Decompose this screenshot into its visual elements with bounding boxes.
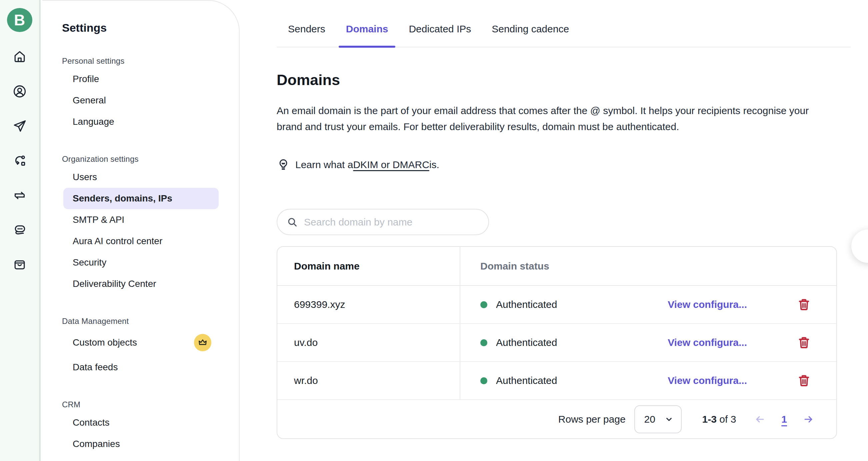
- status-dot-icon: [480, 377, 487, 384]
- domain-search: [277, 209, 489, 235]
- brevo-logo[interactable]: B: [7, 8, 32, 32]
- tab-senders[interactable]: Senders: [281, 23, 333, 47]
- view-configuration-link[interactable]: View configura...: [668, 299, 747, 310]
- automation-icon[interactable]: [7, 148, 32, 173]
- page-title: Domains: [277, 71, 851, 89]
- arrow-left-icon: [754, 414, 766, 425]
- rows-per-page-value: 20: [644, 414, 655, 425]
- crown-badge-icon: [194, 334, 211, 351]
- section-label-personal: Personal settings: [62, 56, 239, 66]
- table-pagination-footer: Rows per page 20 1-3 of 3: [277, 400, 836, 438]
- main-content: Senders Domains Dedicated IPs Sending ca…: [277, 0, 851, 439]
- tip-text-prefix: Learn what a: [295, 159, 353, 170]
- tab-domains[interactable]: Domains: [339, 23, 396, 47]
- domain-name-cell: 699399.xyz: [294, 299, 345, 310]
- search-input[interactable]: [304, 217, 479, 228]
- sidebar-item-language[interactable]: Language: [63, 111, 219, 133]
- search-icon: [287, 217, 298, 228]
- section-organization-items: Users Senders, domains, IPs SMTP & API A…: [62, 167, 239, 294]
- tab-dedicated-ips[interactable]: Dedicated IPs: [401, 23, 478, 47]
- view-configuration-link[interactable]: View configura...: [668, 375, 747, 386]
- table-row: wr.do Authenticated View configura...: [277, 362, 836, 400]
- rows-per-page-label: Rows per page: [558, 414, 626, 425]
- tip-text-suffix: is.: [429, 159, 439, 170]
- domain-status-cell: Authenticated: [496, 375, 557, 386]
- domain-name-cell: uv.do: [294, 337, 318, 348]
- previous-page-button[interactable]: [753, 412, 767, 427]
- campaigns-icon[interactable]: [7, 113, 32, 139]
- column-header-domain-name: Domain name: [277, 247, 460, 285]
- brevo-settings-app: B: [0, 0, 868, 461]
- status-dot-icon: [480, 339, 487, 346]
- page-description: An email domain is the part of your emai…: [277, 103, 827, 135]
- arrow-right-icon: [803, 414, 814, 425]
- sidebar-item-profile[interactable]: Profile: [63, 68, 219, 90]
- sidebar-item-users[interactable]: Users: [63, 167, 219, 188]
- sidebar-item-deliverability-center[interactable]: Deliverability Center: [63, 273, 219, 294]
- dkim-dmarc-link[interactable]: DKIM or DMARC: [353, 159, 429, 170]
- table-row: uv.do Authenticated View configura...: [277, 324, 836, 362]
- tab-bar: Senders Domains Dedicated IPs Sending ca…: [277, 0, 851, 47]
- sidebar-item-custom-objects[interactable]: Custom objects: [63, 328, 219, 356]
- domains-table: Domain name Domain status 699399.xyz Aut…: [277, 246, 837, 439]
- domain-status-cell: Authenticated: [496, 299, 557, 310]
- delete-domain-button[interactable]: [797, 297, 811, 312]
- table-row: 699399.xyz Authenticated View configura.…: [277, 286, 836, 324]
- rail-icon-list: [7, 44, 32, 287]
- section-label-data-management: Data Management: [62, 317, 239, 326]
- trash-icon: [797, 336, 811, 350]
- tab-sending-cadence[interactable]: Sending cadence: [484, 23, 576, 47]
- table-header-row: Domain name Domain status: [277, 247, 836, 286]
- home-icon[interactable]: [7, 44, 32, 69]
- view-configuration-link[interactable]: View configura...: [668, 337, 747, 348]
- app-icon-rail: B: [0, 0, 41, 461]
- floating-widget-handle[interactable]: [851, 230, 868, 263]
- pager: 1: [753, 412, 816, 427]
- dkim-tip-row: Learn what a DKIM or DMARC is.: [277, 158, 851, 171]
- domain-status-cell: Authenticated: [496, 337, 557, 348]
- domain-name-cell: wr.do: [294, 375, 318, 386]
- column-header-domain-status: Domain status: [460, 247, 836, 285]
- sidebar-item-smtp-api[interactable]: SMTP & API: [63, 209, 219, 231]
- contacts-icon[interactable]: [7, 79, 32, 104]
- settings-sidebar: Settings Personal settings Profile Gener…: [42, 0, 240, 461]
- trash-icon: [797, 374, 811, 387]
- section-data-management-items: Custom objects Data feeds: [62, 328, 239, 378]
- section-personal-items: Profile General Language: [62, 68, 239, 133]
- pagination-range: 1-3 of 3: [702, 414, 736, 425]
- ecommerce-icon[interactable]: [7, 252, 32, 278]
- page-number-1[interactable]: 1: [781, 414, 787, 425]
- next-page-button[interactable]: [801, 412, 816, 427]
- sidebar-item-aura-ai[interactable]: Aura AI control center: [63, 231, 219, 252]
- trash-icon: [797, 297, 811, 312]
- sidebar-title: Settings: [62, 21, 239, 34]
- sidebar-item-senders-domains-ips[interactable]: Senders, domains, IPs: [63, 188, 219, 209]
- section-label-crm: CRM: [62, 400, 239, 409]
- conversations-icon[interactable]: [7, 218, 32, 243]
- section-label-organization: Organization settings: [62, 154, 239, 164]
- sidebar-item-general[interactable]: General: [63, 90, 219, 111]
- lightbulb-icon: [277, 158, 290, 171]
- delete-domain-button[interactable]: [797, 336, 811, 350]
- status-dot-icon: [480, 301, 487, 308]
- chevron-down-icon: [664, 415, 674, 424]
- brevo-logo-letter: B: [14, 11, 25, 29]
- sidebar-item-companies[interactable]: Companies: [63, 433, 219, 455]
- section-crm-items: Contacts Companies: [62, 412, 239, 455]
- delete-domain-button[interactable]: [797, 374, 811, 387]
- sidebar-item-data-feeds[interactable]: Data feeds: [63, 356, 219, 378]
- sidebar-item-contacts[interactable]: Contacts: [63, 412, 219, 433]
- sidebar-item-security[interactable]: Security: [63, 252, 219, 273]
- rows-per-page-select[interactable]: 20: [634, 405, 682, 433]
- transactional-icon[interactable]: [7, 183, 32, 208]
